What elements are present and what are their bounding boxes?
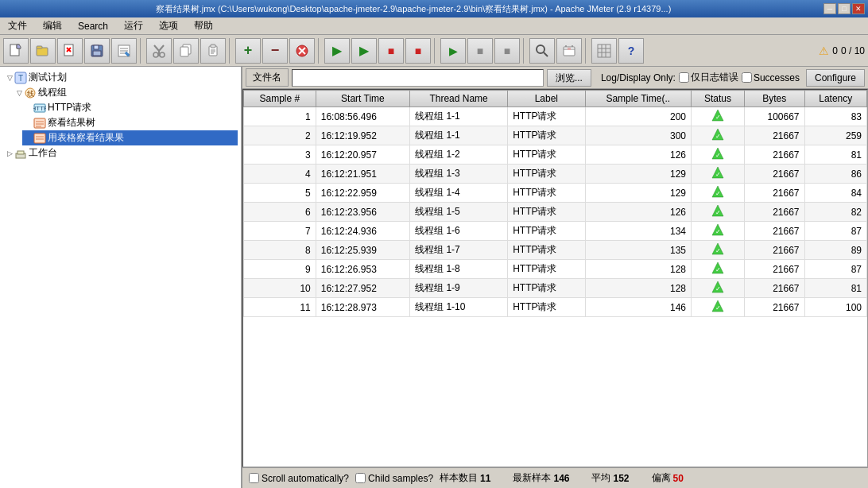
maximize-button[interactable]: □ bbox=[838, 3, 851, 14]
close-file-button[interactable] bbox=[57, 38, 83, 64]
svg-text:✓: ✓ bbox=[715, 171, 720, 178]
errors-checkbox[interactable] bbox=[679, 72, 689, 83]
table-button[interactable] bbox=[591, 38, 617, 64]
cell-status: ✓ bbox=[691, 165, 744, 184]
remote-stop2-button[interactable]: ■ bbox=[494, 38, 520, 64]
remote-stop-button[interactable]: ■ bbox=[467, 38, 493, 64]
warning-icon: ⚠ bbox=[819, 45, 829, 57]
table-row[interactable]: 1 16:08:56.496 线程组 1-1 HTTP请求 200 ✓ 1006… bbox=[244, 107, 867, 126]
clear-element-button[interactable] bbox=[289, 38, 315, 64]
sep1 bbox=[140, 38, 143, 64]
add-element-button[interactable]: + bbox=[235, 38, 261, 64]
minimize-button[interactable]: ─ bbox=[823, 3, 836, 14]
sample-count-value: 11 bbox=[480, 473, 490, 484]
svg-rect-23 bbox=[211, 45, 215, 48]
table-row[interactable]: 11 16:12:28.973 线程组 1-10 HTTP请求 146 ✓ 21… bbox=[244, 298, 867, 317]
status-ok-icon: ✓ bbox=[711, 185, 724, 198]
menu-options[interactable]: 选项 bbox=[154, 17, 183, 34]
testplan-label: 测试计划 bbox=[29, 71, 67, 84]
tree-item-workbench[interactable]: ▷ 工作台 bbox=[3, 145, 238, 161]
log-display-label: Log/Display Only: bbox=[601, 72, 676, 83]
svg-rect-52 bbox=[34, 134, 45, 143]
errors-checkbox-label[interactable]: 仅日志错误 bbox=[679, 71, 738, 84]
cell-bytes: 21667 bbox=[744, 184, 804, 203]
cell-sampletime: 200 bbox=[585, 107, 691, 126]
cell-thread: 线程组 1-7 bbox=[410, 241, 508, 260]
scroll-auto-label[interactable]: Scroll automatically? bbox=[249, 473, 349, 484]
status-ok-icon: ✓ bbox=[711, 242, 724, 255]
browse-button[interactable]: 浏览... bbox=[547, 69, 591, 87]
new-button[interactable] bbox=[3, 38, 29, 64]
paste-button[interactable] bbox=[200, 38, 226, 64]
tree-item-aggregatereport[interactable]: 用表格察看结果果 bbox=[22, 130, 238, 145]
menu-run[interactable]: 运行 bbox=[119, 17, 148, 34]
shutdown-button[interactable]: ■ bbox=[405, 38, 431, 64]
svg-point-19 bbox=[160, 52, 165, 57]
open-button[interactable] bbox=[30, 38, 56, 64]
menu-bar: 文件 编辑 Search 运行 选项 帮助 bbox=[0, 17, 868, 35]
tree-item-resulttree[interactable]: 察看结果树 bbox=[22, 115, 238, 130]
table-row[interactable]: 2 16:12:19.952 线程组 1-1 HTTP请求 300 ✓ 2166… bbox=[244, 126, 867, 145]
col-starttime: Start Time bbox=[316, 91, 409, 107]
cell-thread: 线程组 1-5 bbox=[410, 203, 508, 222]
cell-num: 3 bbox=[244, 145, 316, 165]
table-row[interactable]: 4 16:12:21.951 线程组 1-3 HTTP请求 129 ✓ 2166… bbox=[244, 165, 867, 184]
edit-button[interactable] bbox=[111, 38, 137, 64]
close-button[interactable]: ✕ bbox=[852, 3, 865, 14]
sep3 bbox=[318, 38, 321, 64]
table-row[interactable]: 10 16:12:27.952 线程组 1-9 HTTP请求 128 ✓ 216… bbox=[244, 279, 867, 298]
menu-edit[interactable]: 编辑 bbox=[38, 17, 67, 34]
configure-button[interactable]: Configure bbox=[806, 69, 865, 87]
child-samples-checkbox[interactable] bbox=[355, 473, 366, 483]
avg-value: 152 bbox=[613, 473, 629, 484]
svg-rect-8 bbox=[94, 45, 99, 49]
start-no-pause-button[interactable]: ▶ bbox=[351, 38, 377, 64]
tree-panel: ▽ T 测试计划 ▽ 线 线程组 HTTP HTTP请求 bbox=[0, 67, 242, 488]
col-label: Label bbox=[508, 91, 585, 107]
cell-status: ✓ bbox=[691, 184, 744, 203]
tree-item-threadgroup[interactable]: ▽ 线 线程组 bbox=[13, 85, 238, 100]
find-button[interactable] bbox=[529, 38, 555, 64]
deviation-item: 偏离 50 bbox=[652, 471, 684, 485]
remove-element-button[interactable]: − bbox=[262, 38, 288, 64]
table-row[interactable]: 7 16:12:24.936 线程组 1-6 HTTP请求 134 ✓ 2166… bbox=[244, 222, 867, 241]
start-button[interactable]: ▶ bbox=[324, 38, 350, 64]
file-label: 文件名 bbox=[246, 68, 289, 87]
cell-sampletime: 300 bbox=[585, 126, 691, 145]
cell-status: ✓ bbox=[691, 107, 744, 126]
table-body: 1 16:08:56.496 线程组 1-1 HTTP请求 200 ✓ 1006… bbox=[244, 107, 867, 317]
copy-button[interactable] bbox=[173, 38, 199, 64]
col-latency: Latency bbox=[804, 91, 866, 107]
table-row[interactable]: 6 16:12:23.956 线程组 1-5 HTTP请求 126 ✓ 2166… bbox=[244, 203, 867, 222]
table-header-row: Sample # Start Time Thread Name Label Sa… bbox=[244, 91, 867, 107]
scroll-auto-checkbox[interactable] bbox=[249, 473, 259, 483]
file-input[interactable] bbox=[292, 69, 544, 87]
cell-latency: 259 bbox=[804, 126, 866, 145]
tree-item-httpreq[interactable]: HTTP HTTP请求 bbox=[22, 100, 238, 115]
table-row[interactable]: 9 16:12:26.953 线程组 1-8 HTTP请求 128 ✓ 2166… bbox=[244, 260, 867, 279]
save-button[interactable] bbox=[84, 38, 110, 64]
clear-all-button[interactable] bbox=[556, 38, 582, 64]
cell-latency: 100 bbox=[804, 298, 866, 317]
stop-button[interactable]: ■ bbox=[378, 38, 404, 64]
help-btn[interactable]: ? bbox=[618, 38, 644, 64]
table-row[interactable]: 8 16:12:25.939 线程组 1-7 HTTP请求 135 ✓ 2166… bbox=[244, 241, 867, 260]
table-row[interactable]: 5 16:12:22.959 线程组 1-4 HTTP请求 129 ✓ 2166… bbox=[244, 184, 867, 203]
menu-help[interactable]: 帮助 bbox=[189, 17, 218, 34]
child-samples-label[interactable]: Child samples? bbox=[355, 473, 433, 484]
svg-rect-56 bbox=[17, 151, 24, 154]
cell-sampletime: 135 bbox=[585, 241, 691, 260]
remote-start-button[interactable]: ▶ bbox=[440, 38, 466, 64]
col-sample: Sample # bbox=[244, 91, 316, 107]
menu-search[interactable]: Search bbox=[73, 19, 113, 33]
svg-text:✓: ✓ bbox=[715, 209, 720, 216]
tree-item-testplan[interactable]: ▽ T 测试计划 bbox=[3, 70, 238, 85]
successes-checkbox[interactable] bbox=[742, 72, 752, 83]
cut-button[interactable] bbox=[146, 38, 172, 64]
successes-checkbox-label[interactable]: Successes bbox=[742, 72, 800, 83]
menu-file[interactable]: 文件 bbox=[3, 17, 32, 34]
sep5 bbox=[523, 38, 526, 64]
cell-starttime: 16:12:23.956 bbox=[316, 203, 409, 222]
table-row[interactable]: 3 16:12:20.957 线程组 1-2 HTTP请求 126 ✓ 2166… bbox=[244, 145, 867, 165]
svg-text:✓: ✓ bbox=[715, 285, 720, 292]
